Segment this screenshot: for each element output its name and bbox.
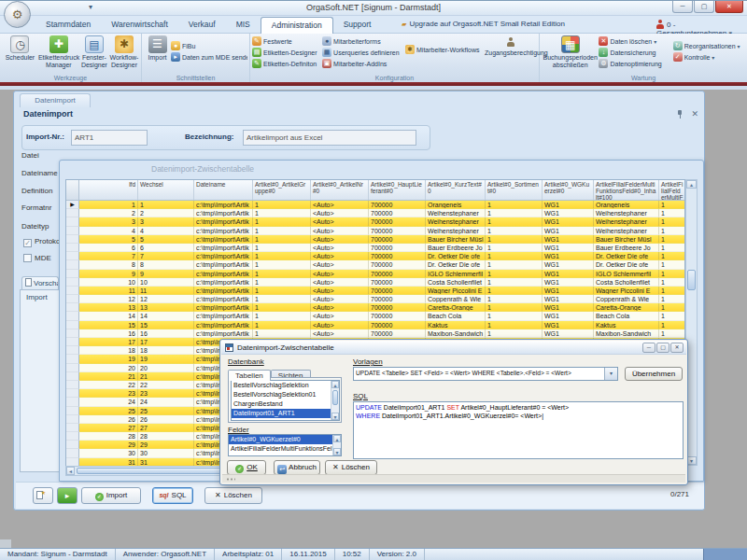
- import-button[interactable]: ☰Import: [144, 35, 171, 72]
- grid-column-header[interactable]: lfd: [79, 180, 138, 200]
- felder-scrollbar[interactable]: ▴ ▾: [332, 435, 341, 455]
- go-button[interactable]: ▸: [57, 487, 78, 504]
- list-item[interactable]: ChargenBestand: [232, 399, 339, 409]
- upgrade-link[interactable]: ▰Upgrade auf Orgasoft.NET Small Retail E…: [402, 20, 565, 28]
- table-row[interactable]: 88c:\tmp\Import\Artik1<Auto>700000Dr. Oe…: [66, 260, 684, 269]
- list-scroll-thumb[interactable]: [332, 390, 338, 405]
- mitarbeiter-addins-button[interactable]: ▣Mitarbeiter-AddIns: [322, 59, 405, 68]
- table-row[interactable]: 1616c:\tmp\Import\Artik1<Auto>700000Maxi…: [66, 329, 684, 338]
- ribbon-tab-verkauf[interactable]: Verkauf: [178, 17, 226, 34]
- ribbon-tab-stammdaten[interactable]: Stammdaten: [35, 17, 101, 34]
- table-row[interactable]: 55c:\tmp\Import\Artik1<Auto>700000Bauer …: [66, 235, 684, 244]
- scheduler-button[interactable]: ◷Scheduler: [2, 35, 38, 72]
- table-row[interactable]: 66c:\tmp\Import\Artik1<Auto>700000Bauer …: [66, 244, 684, 252]
- uebernehmen-button[interactable]: Übernehmen: [625, 367, 683, 381]
- list-item[interactable]: Artikel#0_WGKuerzel#0: [229, 435, 341, 444]
- list-item[interactable]: DateiImport01_ART1: [232, 409, 339, 418]
- table-row[interactable]: 1010c:\tmp\Import\Artik1<Auto>700000Cost…: [66, 278, 684, 287]
- loeschen-action-button[interactable]: ✕Löschen: [204, 487, 262, 504]
- list-item[interactable]: BestellVorschlagSelektion01: [232, 390, 339, 399]
- list-item[interactable]: BestellVorschlagSelektion: [232, 381, 339, 390]
- quick-access-caret-icon[interactable]: ▾: [89, 3, 92, 11]
- grid-column-header[interactable]: Artikel#0_ArtikelGruppe#0: [253, 180, 311, 200]
- vertical-scroll-thumb[interactable]: [687, 270, 696, 290]
- grid-column-header[interactable]: Dateiname: [194, 180, 253, 200]
- ribbon-tab-mis[interactable]: MIS: [226, 17, 261, 34]
- minimize-button[interactable]: ─: [672, 1, 693, 13]
- felder-scroll-down-icon[interactable]: ▾: [333, 448, 341, 455]
- vorlagen-dropdown-icon[interactable]: ▾: [604, 368, 617, 380]
- table-row[interactable]: 77c:\tmp\Import\Artik1<Auto>700000Dr. Oe…: [66, 252, 684, 260]
- resize-grip[interactable]: [226, 478, 235, 481]
- grid-column-header[interactable]: ArtikelFilialFelderMultiFunktionsFeld#0_…: [659, 180, 686, 200]
- import-list-item[interactable]: Import: [21, 290, 63, 301]
- etiketten-designer-button[interactable]: ▤Etiketten-Designer: [252, 48, 322, 57]
- fenster-designer-button[interactable]: ▤Fenster-Designer: [79, 35, 109, 72]
- vorschau-tab[interactable]: Vorschau: [21, 276, 59, 289]
- list-scroll-up-icon[interactable]: ▴: [331, 381, 339, 388]
- vorlagen-combobox[interactable]: UPDATE <Tabelle> SET <Feld> = <Wert> WHE…: [353, 367, 618, 381]
- application-menu-orb[interactable]: ⚙: [4, 1, 31, 28]
- ribbon-tab-administration[interactable]: Administration: [261, 17, 333, 34]
- daten-loeschen-button[interactable]: ✕Daten löschen: [599, 36, 672, 46]
- grid-column-header[interactable]: Artikel#0_KurzText#0: [426, 180, 486, 200]
- mde-senden-button[interactable]: ▸Daten zum MDE senden: [171, 52, 247, 62]
- table-row[interactable]: 22c:\tmp\Import\Artik1<Auto>700000Weihen…: [66, 209, 684, 217]
- festwerte-button[interactable]: ✎Festwerte: [252, 36, 322, 46]
- etiketten-definition-button[interactable]: ✎Etiketten-Definiton: [252, 59, 322, 68]
- ribbon-tab-support[interactable]: Support: [333, 17, 382, 34]
- table-row[interactable]: 1111c:\tmp\Import\Artik1<Auto>700000Wagn…: [66, 287, 684, 295]
- reorganisationen-button[interactable]: ↻Reorganisationen: [673, 41, 745, 50]
- table-row[interactable]: 1212c:\tmp\Import\Artik1<Auto>700000Copp…: [66, 295, 684, 303]
- buchungsperioden-button[interactable]: ▦Buchungsperioden abschließen: [542, 35, 599, 72]
- tables-listbox[interactable]: BestellVorschlagSelektionBestellVorschla…: [231, 380, 340, 421]
- felder-scroll-up-icon[interactable]: ▴: [333, 435, 341, 442]
- list-scroll-down-icon[interactable]: ▾: [331, 413, 339, 420]
- dialog-maximize-button[interactable]: ▢: [656, 343, 669, 353]
- grid-column-header[interactable]: Artikel#0_ArtikelNr#0: [311, 180, 369, 200]
- datenoptimierung-button[interactable]: ⚙Datenoptimierung: [599, 59, 672, 68]
- mitarbeiter-workflows-button[interactable]: ✱Mitarbeiter-Workflows: [405, 45, 485, 54]
- table-row[interactable]: 1414c:\tmp\Import\Artik1<Auto>700000Beac…: [66, 312, 684, 320]
- datensicherung-button[interactable]: ↓Datensicherung: [599, 48, 672, 57]
- kontrolle-button[interactable]: ✓Kontrolle: [673, 52, 745, 62]
- ok-button[interactable]: ✓OK: [227, 460, 266, 475]
- scroll-up-icon[interactable]: ▴: [686, 180, 697, 189]
- fibu-button[interactable]: ●FiBu: [171, 41, 247, 50]
- sql-textbox[interactable]: UPDATE DateiImport01_ART1 SET Artikel#0_…: [353, 401, 684, 459]
- close-button[interactable]: ✕: [715, 1, 743, 13]
- dialog-minimize-button[interactable]: ─: [642, 343, 655, 353]
- userqueries-button[interactable]: ▦Userqueries definieren: [322, 48, 405, 57]
- dialog-loeschen-button[interactable]: ✕Löschen: [325, 460, 377, 475]
- tables-list-scrollbar[interactable]: ▴ ▾: [331, 381, 339, 420]
- list-item[interactable]: ArtikelFilialFelderMultiFunktionsFel: [229, 444, 341, 454]
- table-row[interactable]: 44c:\tmp\Import\Artik1<Auto>700000Weihen…: [66, 227, 684, 235]
- table-row[interactable]: 33c:\tmp\Import\Artik1<Auto>700000Weihen…: [66, 217, 684, 226]
- tab-tabellen[interactable]: Tabellen: [228, 370, 271, 381]
- bezeichnung-input[interactable]: Artikelimport aus Excel: [243, 130, 416, 146]
- ribbon-tab-warenwirtschaft[interactable]: Warenwirtschaft: [101, 17, 178, 34]
- abbruch-button[interactable]: ↩Abbruch: [274, 460, 320, 475]
- table-row[interactable]: 99c:\tmp\Import\Artik1<Auto>700000IGLO S…: [66, 270, 684, 278]
- grid-column-header[interactable]: ArtikelFilialFelderMultiFunktionsFeld#0_…: [594, 180, 659, 200]
- grid-column-header[interactable]: Artikel#0_WGKuerzel#0: [543, 180, 594, 200]
- maximize-button[interactable]: ▢: [694, 1, 714, 13]
- felder-listbox[interactable]: Artikel#0_WGKuerzel#0ArtikelFilialFelder…: [228, 434, 342, 456]
- new-document-button[interactable]: ★: [33, 487, 53, 504]
- etikettendruck-manager-button[interactable]: ✚Etikettendruck Manager: [38, 35, 79, 72]
- zugangsberechtigung-button[interactable]: Zugangsberechtigung: [485, 35, 537, 72]
- grid-column-header[interactable]: Wechsel: [138, 180, 194, 200]
- dialog-close-button[interactable]: ✕: [670, 343, 684, 353]
- pin-icon[interactable]: [676, 110, 684, 119]
- table-row[interactable]: 1515c:\tmp\Import\Artik1<Auto>700000Kakt…: [66, 321, 684, 329]
- table-row[interactable]: 1313c:\tmp\Import\Artik1<Auto>700000Care…: [66, 303, 684, 312]
- grid-column-header[interactable]: Artikel#0_Sortiment#0: [486, 180, 543, 200]
- table-row[interactable]: ▶11c:\tmp\Import\Artik1<Auto>700000Orang…: [66, 201, 684, 209]
- scroll-left-icon[interactable]: ◂: [66, 467, 75, 475]
- mitarbeiterforms-button[interactable]: ●Mitarbeiterforms: [322, 36, 405, 46]
- grid-column-header[interactable]: Artikel#0_HauptLieferant#0: [369, 180, 426, 200]
- import-nr-input[interactable]: ART1: [71, 130, 148, 146]
- datenimport-tab[interactable]: Datenimport: [20, 93, 91, 107]
- import-action-button[interactable]: ✓Import: [81, 487, 141, 504]
- panel-close-icon[interactable]: ✕: [691, 109, 698, 119]
